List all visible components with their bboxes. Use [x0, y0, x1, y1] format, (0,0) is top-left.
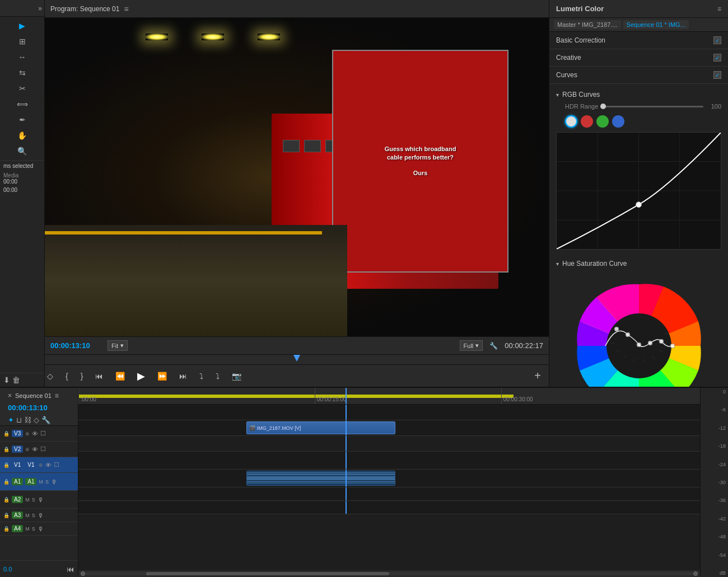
scrollbar-track[interactable] [85, 572, 693, 575]
curves-checkbox[interactable]: ✓ [713, 71, 721, 79]
red-channel-btn[interactable] [581, 115, 593, 128]
magnify-tool[interactable]: ✦ [8, 416, 14, 424]
fit-dropdown[interactable]: Fit ▾ [108, 340, 128, 351]
sequence-menu-icon[interactable]: ≡ [55, 392, 59, 400]
in-point-btn[interactable]: { [63, 370, 71, 382]
overwrite-btn[interactable]: ⤵ [213, 370, 222, 382]
svg-point-13 [648, 341, 652, 345]
hue-sat-collapse-arrow[interactable]: ▾ [556, 261, 559, 267]
a2-mute-btn[interactable]: M [25, 497, 30, 503]
selection-tool[interactable]: ▶ [16, 19, 29, 32]
a2-mic-icon[interactable]: 🎙 [38, 496, 44, 503]
vol-12: -12 [703, 425, 726, 431]
v2-clip[interactable]: 🎬 IMG_2187.MOV [V] [246, 421, 395, 434]
v3-lock-icon[interactable]: 🔒 [3, 431, 10, 437]
v1-sync-icon[interactable]: ⊕ [39, 462, 43, 468]
razor-tool[interactable]: ✂ [16, 82, 29, 95]
green-channel-btn[interactable] [596, 115, 609, 128]
a2-solo-btn[interactable]: S [32, 497, 35, 503]
a2-audio-clip[interactable] [246, 471, 395, 486]
v1-camera-icon[interactable]: ☐ [54, 461, 59, 468]
a3-mic-icon[interactable]: 🎙 [38, 512, 44, 519]
go-to-in-btn[interactable]: ⏮ [93, 370, 105, 382]
delete-icon[interactable]: 🗑 [12, 376, 20, 384]
rgb-curves-collapse-arrow[interactable]: ▾ [556, 92, 559, 98]
snap-tool[interactable]: ⊔ [16, 416, 22, 424]
v3-sync-icon[interactable]: ⊕ [25, 431, 30, 437]
monitor-menu-icon[interactable]: ≡ [124, 4, 128, 13]
slip-tool[interactable]: ⟺ [16, 97, 29, 111]
v1-lock-icon[interactable]: 🔒 [3, 462, 10, 468]
pen-tool[interactable]: ✒ [16, 113, 29, 126]
creative-checkbox[interactable]: ✓ [713, 54, 721, 62]
timeline-playhead-line[interactable] [346, 388, 347, 404]
a1-mute-btn[interactable]: M [39, 479, 43, 485]
basic-correction-section[interactable]: Basic Correction ✓ [549, 32, 728, 49]
timeline-h-scrollbar[interactable] [78, 570, 700, 577]
a4-lock-icon[interactable]: 🔒 [3, 526, 10, 532]
a3-lock-icon[interactable]: 🔒 [3, 513, 10, 518]
marker-btn[interactable]: ◇ [45, 370, 55, 382]
v2-badge: V2 [12, 445, 23, 453]
scrollbar-left-dot[interactable] [81, 571, 85, 576]
ceiling-light-2 [202, 34, 224, 40]
playhead-a3 [346, 487, 347, 500]
creative-section[interactable]: Creative ✓ [549, 49, 728, 67]
add-media-btn[interactable]: + [532, 368, 543, 383]
import-icon[interactable]: ⬇ [3, 376, 10, 384]
link-tool[interactable]: ⛓ [24, 416, 31, 424]
v2-camera-icon[interactable]: ☐ [40, 445, 46, 453]
play-btn[interactable]: ▶ [135, 369, 147, 383]
a1-mic-icon[interactable]: 🎙 [51, 479, 57, 485]
sequence-close-btn[interactable]: × [8, 392, 12, 400]
a1-lock-icon[interactable]: 🔒 [3, 479, 10, 485]
step-back-btn[interactable]: ⏪ [113, 370, 127, 382]
a1-solo-btn[interactable]: S [45, 479, 49, 485]
scrollbar-thumb[interactable] [146, 572, 389, 575]
rgb-curve-canvas[interactable] [556, 132, 721, 250]
lumetri-menu-icon[interactable]: ≡ [717, 5, 721, 13]
monitor-playhead[interactable] [293, 355, 300, 362]
v3-eye-icon[interactable]: 👁 [32, 430, 38, 437]
a4-solo-btn[interactable]: S [32, 526, 35, 532]
tracks-area: 🎬 IMG_2187.MOV [V] [78, 405, 700, 570]
step-forward-btn[interactable]: ⏩ [155, 370, 169, 382]
white-channel-btn[interactable] [565, 115, 577, 128]
rolling-edit-tool[interactable]: ⇆ [16, 66, 29, 79]
a3-solo-btn[interactable]: S [32, 513, 35, 518]
scrollbar-right-dot[interactable] [693, 571, 698, 576]
lumetri-tab-sequence[interactable]: Sequence 01 * IMG... [623, 20, 689, 29]
out-point-btn[interactable]: } [78, 370, 86, 382]
v2-eye-icon[interactable]: 👁 [32, 446, 38, 453]
a2-lock-icon[interactable]: 🔒 [3, 497, 10, 503]
export-frame-btn[interactable]: 📷 [230, 370, 244, 382]
v1-eye-icon[interactable]: 👁 [45, 462, 52, 468]
blue-channel-btn[interactable] [612, 115, 624, 128]
track-row-a1 [78, 452, 700, 470]
a3-mute-btn[interactable]: M [25, 513, 30, 518]
lumetri-tab-master[interactable]: Master * IMG_2187.... [554, 20, 621, 29]
collapse-panel-icon[interactable]: » [38, 4, 42, 12]
v3-camera-icon[interactable]: ☐ [40, 430, 46, 437]
wrench-tool-tl[interactable]: 🔧 [41, 416, 50, 424]
go-to-start-btn[interactable]: ⏮ [67, 565, 74, 574]
zoom-tool[interactable]: 🔍 [16, 144, 29, 158]
hue-wheel-container[interactable] [556, 273, 721, 387]
curves-section-header[interactable]: Curves ✓ [549, 67, 728, 84]
ripple-edit-tool[interactable]: ↔ [16, 50, 29, 64]
v2-lock-icon[interactable]: 🔒 [3, 447, 10, 452]
hand-tool[interactable]: ✋ [16, 129, 29, 142]
wrench-icon[interactable]: 🔧 [489, 342, 498, 350]
hue-sat-section: ▾ Hue Saturation Curve [549, 254, 728, 387]
track-select-tool[interactable]: ⊞ [16, 35, 29, 48]
a4-mute-btn[interactable]: M [25, 526, 30, 532]
hdr-range-slider[interactable] [603, 106, 703, 107]
a4-mic-icon[interactable]: 🎙 [38, 526, 44, 532]
go-to-out-btn[interactable]: ⏭ [177, 370, 189, 382]
quality-dropdown[interactable]: Full ▾ [460, 340, 483, 351]
marker-tool-tl[interactable]: ◇ [34, 416, 39, 424]
insert-btn[interactable]: ⤵ [197, 370, 206, 382]
v2-sync-icon[interactable]: ⊕ [25, 447, 30, 452]
basic-correction-checkbox[interactable]: ✓ [713, 36, 721, 44]
yellow-safety-stripe [45, 231, 322, 234]
